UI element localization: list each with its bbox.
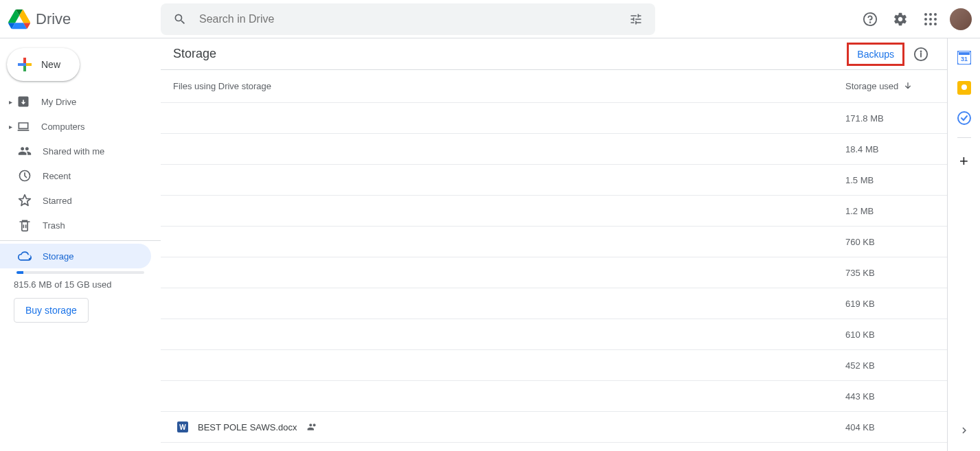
search-options-icon[interactable] xyxy=(622,5,650,33)
sidebar: New ▸My Drive▸ComputersShared with meRec… xyxy=(0,38,161,451)
drive-logo-icon xyxy=(8,8,30,30)
apps-icon[interactable] xyxy=(917,5,944,33)
shared-icon xyxy=(307,421,318,432)
file-row[interactable]: 18.4 MB xyxy=(161,134,947,165)
sidebar-item-recent[interactable]: Recent xyxy=(0,163,151,188)
column-storage[interactable]: Storage used xyxy=(845,81,935,92)
app-title: Drive xyxy=(36,10,71,28)
plus-icon xyxy=(16,56,33,73)
divider xyxy=(957,137,971,138)
file-row[interactable]: 760 KB xyxy=(161,227,947,257)
svg-rect-18 xyxy=(959,52,970,55)
svg-point-4 xyxy=(934,13,937,16)
nav-icon xyxy=(18,144,32,158)
search-icon[interactable] xyxy=(166,5,194,33)
file-size: 610 KB xyxy=(845,329,935,340)
calendar-icon[interactable]: 31 xyxy=(957,51,971,65)
file-size: 1.2 MB xyxy=(845,206,935,216)
file-row[interactable]: 171.8 MB xyxy=(161,103,947,134)
file-row[interactable]: 610 KB xyxy=(161,319,947,350)
main-header: Storage Backups xyxy=(161,38,947,70)
backups-button[interactable]: Backups xyxy=(847,43,904,66)
svg-text:31: 31 xyxy=(960,56,967,62)
keep-icon[interactable] xyxy=(957,81,971,95)
file-list[interactable]: 171.8 MB18.4 MB1.5 MB1.2 MB760 KB735 KB6… xyxy=(161,103,947,451)
svg-point-2 xyxy=(924,13,927,16)
svg-point-1 xyxy=(870,22,871,23)
file-size: 1.5 MB xyxy=(845,175,935,185)
sidebar-item-label: My Drive xyxy=(41,97,76,107)
file-row[interactable]: 452 KB xyxy=(161,350,947,381)
sidebar-item-shared-with-me[interactable]: Shared with me xyxy=(0,139,151,163)
expand-icon[interactable]: ▸ xyxy=(5,98,15,106)
side-panel: 31 + xyxy=(947,38,980,451)
file-size: 760 KB xyxy=(845,237,935,247)
sidebar-item-label: Recent xyxy=(43,171,71,181)
sidebar-item-storage[interactable]: Storage xyxy=(0,244,151,268)
file-row[interactable]: 619 KB xyxy=(161,288,947,319)
search-input[interactable] xyxy=(194,13,622,25)
logo-area[interactable]: Drive xyxy=(8,8,161,30)
search-bar[interactable] xyxy=(161,3,655,35)
header-actions xyxy=(856,5,975,33)
svg-point-6 xyxy=(929,18,932,21)
settings-icon[interactable] xyxy=(887,5,914,33)
sidebar-divider xyxy=(0,240,161,241)
info-icon[interactable] xyxy=(907,41,935,68)
sidebar-item-my-drive[interactable]: ▸My Drive xyxy=(0,89,151,114)
file-row[interactable]: 1.2 MB xyxy=(161,196,947,227)
svg-point-10 xyxy=(934,23,937,25)
svg-text:W: W xyxy=(179,424,186,431)
collapse-panel-icon[interactable] xyxy=(950,417,978,444)
sidebar-item-label: Starred xyxy=(43,196,72,206)
sidebar-item-computers[interactable]: ▸Computers xyxy=(0,114,151,139)
file-size: 452 KB xyxy=(845,360,935,371)
file-size: 18.4 MB xyxy=(845,144,935,154)
svg-point-9 xyxy=(929,23,932,25)
new-button-label: New xyxy=(41,59,60,70)
word-doc-icon: W xyxy=(177,421,188,432)
nav-icon xyxy=(16,95,30,108)
new-button[interactable]: New xyxy=(7,48,80,81)
sidebar-item-starred[interactable]: Starred xyxy=(0,188,151,213)
svg-point-7 xyxy=(934,18,937,21)
nav-icon xyxy=(18,169,32,183)
svg-point-3 xyxy=(929,13,932,16)
storage-text: 815.6 MB of 15 GB used xyxy=(0,274,161,298)
file-name: WBEST POLE SAWS.docx xyxy=(173,421,845,432)
file-size: 735 KB xyxy=(845,268,935,278)
svg-point-14 xyxy=(921,51,922,51)
nav-icon xyxy=(18,194,32,207)
column-files[interactable]: Files using Drive storage xyxy=(173,81,845,91)
nav-icon xyxy=(16,119,30,133)
column-headers: Files using Drive storage Storage used xyxy=(161,70,947,103)
support-icon[interactable] xyxy=(856,5,884,33)
sidebar-item-trash[interactable]: Trash xyxy=(0,213,151,238)
file-size: 443 KB xyxy=(845,391,935,402)
arrow-down-icon xyxy=(902,81,913,92)
svg-point-22 xyxy=(958,112,970,124)
file-size: 404 KB xyxy=(845,422,935,432)
file-row[interactable]: 1.5 MB xyxy=(161,165,947,196)
header: Drive xyxy=(0,0,980,38)
file-size: 171.8 MB xyxy=(845,113,935,124)
sidebar-item-label: Trash xyxy=(43,220,65,231)
add-on-icon[interactable]: + xyxy=(957,154,971,168)
tasks-icon[interactable] xyxy=(957,111,971,125)
cloud-icon xyxy=(18,249,32,263)
buy-storage-button[interactable]: Buy storage xyxy=(14,298,89,323)
expand-icon[interactable]: ▸ xyxy=(5,123,15,130)
file-row[interactable]: 443 KB xyxy=(161,381,947,412)
sidebar-item-label: Computers xyxy=(41,122,85,132)
main: Storage Backups Files using Drive storag… xyxy=(161,38,947,451)
file-size: 619 KB xyxy=(845,299,935,309)
page-title: Storage xyxy=(173,47,216,61)
sidebar-item-label: Shared with me xyxy=(43,146,104,157)
account-avatar[interactable] xyxy=(950,8,972,30)
nav-icon xyxy=(18,218,32,232)
svg-point-21 xyxy=(961,84,967,90)
svg-point-8 xyxy=(924,23,927,25)
svg-point-5 xyxy=(924,18,927,21)
file-row[interactable]: WBEST POLE SAWS.docx404 KB xyxy=(161,412,947,443)
file-row[interactable]: 735 KB xyxy=(161,257,947,288)
